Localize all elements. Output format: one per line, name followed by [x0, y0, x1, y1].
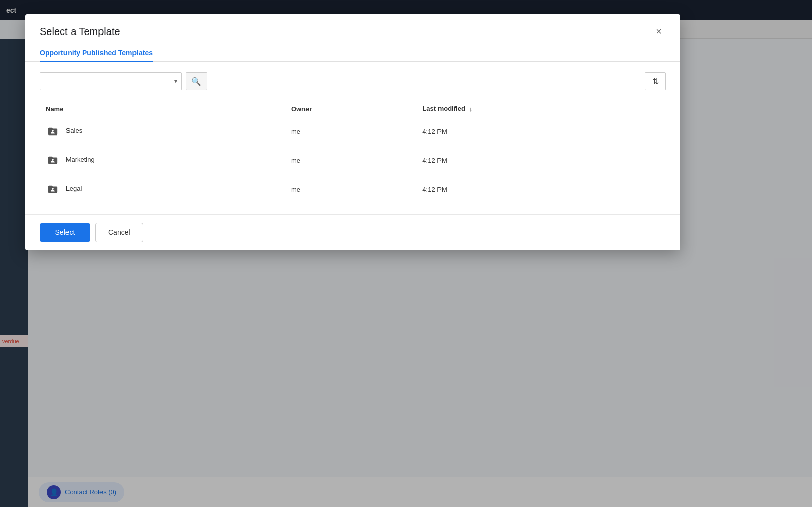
modal-header: Select a Template ×: [25, 14, 680, 39]
row-name-cell: Marketing: [40, 146, 285, 175]
col-name: Name: [40, 100, 285, 117]
sort-icon: ⇅: [652, 77, 659, 86]
table-row[interactable]: Sales me 4:12 PM: [40, 117, 666, 146]
modal-close-button[interactable]: ×: [652, 24, 666, 39]
tab-opportunity-published[interactable]: Opportunity Published Templates: [40, 45, 153, 62]
modal-footer: Select Cancel: [25, 214, 680, 250]
chevron-down-icon: ▾: [174, 78, 177, 85]
row-3-modified: 4:12 PM: [416, 175, 666, 204]
row-1-owner: me: [285, 117, 416, 146]
row-2-modified: 4:12 PM: [416, 146, 666, 175]
modal-tabs: Opportunity Published Templates: [25, 45, 680, 62]
search-input[interactable]: [44, 78, 172, 85]
row-1-modified: 4:12 PM: [416, 117, 666, 146]
folder-person-icon: [46, 153, 60, 167]
folder-person-icon: [46, 124, 60, 139]
row-3-owner: me: [285, 175, 416, 204]
row-2-owner: me: [285, 146, 416, 175]
col-owner: Owner: [285, 100, 416, 117]
modal-body: ▾ 🔍 ⇅ Name Owner Last mod: [25, 62, 680, 214]
cancel-button[interactable]: Cancel: [95, 223, 143, 242]
folder-person-icon: [46, 182, 60, 196]
close-icon: ×: [656, 26, 662, 38]
select-template-modal: Select a Template × Opportunity Publishe…: [25, 14, 680, 250]
row-3-name: Legal: [66, 185, 82, 193]
row-1-name: Sales: [66, 127, 83, 135]
search-icon: 🔍: [191, 77, 201, 86]
search-dropdown[interactable]: ▾: [40, 72, 182, 90]
row-name-cell: Legal: [40, 175, 285, 204]
modal-title: Select a Template: [40, 26, 120, 38]
table-row[interactable]: Marketing me 4:12 PM: [40, 146, 666, 175]
select-button[interactable]: Select: [40, 223, 90, 242]
table-header-row: Name Owner Last modified ↓: [40, 100, 666, 117]
search-button[interactable]: 🔍: [186, 72, 207, 90]
sort-desc-icon: ↓: [469, 105, 472, 113]
sort-button[interactable]: ⇅: [645, 72, 666, 90]
templates-table: Name Owner Last modified ↓: [40, 100, 666, 204]
search-row: ▾ 🔍 ⇅: [40, 72, 666, 90]
col-last-modified[interactable]: Last modified ↓: [416, 100, 666, 117]
row-name-cell: Sales: [40, 117, 285, 146]
table-row[interactable]: Legal me 4:12 PM: [40, 175, 666, 204]
row-2-name: Marketing: [66, 156, 95, 164]
